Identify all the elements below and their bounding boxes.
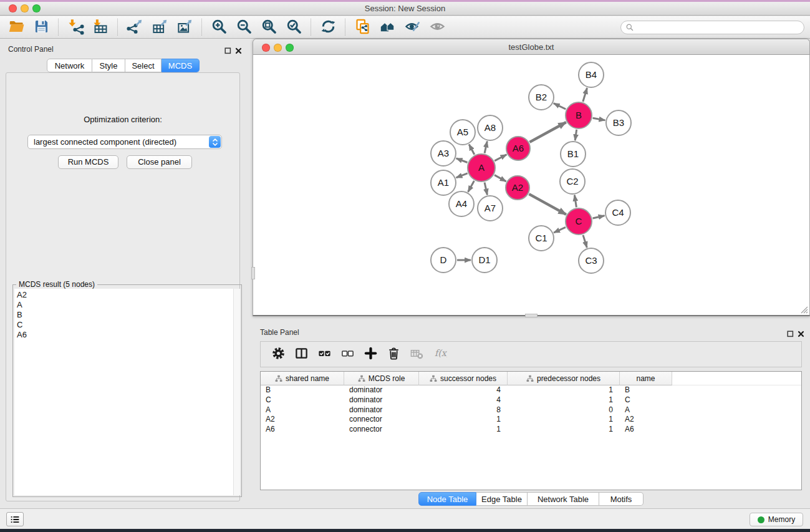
table-cell[interactable]: 1 — [508, 385, 620, 395]
export-image-button[interactable] — [172, 17, 197, 37]
node-A2[interactable]: A2 — [506, 176, 529, 200]
import-table-button[interactable] — [88, 17, 113, 37]
edge-B-B2[interactable] — [554, 104, 566, 109]
tab-mcds[interactable]: MCDS — [162, 59, 200, 72]
table-cell[interactable]: 1 — [419, 415, 508, 425]
home-view-button[interactable] — [375, 17, 400, 37]
table-cell[interactable]: dominator — [344, 385, 419, 395]
node-A[interactable]: A — [468, 154, 495, 181]
table-cell[interactable]: dominator — [344, 405, 419, 415]
edge-A-A1[interactable] — [456, 173, 468, 178]
save-session-button[interactable] — [29, 17, 54, 37]
table-cell[interactable]: B — [261, 385, 344, 395]
node-D1[interactable]: D1 — [472, 248, 497, 273]
table-cell[interactable]: A2 — [620, 415, 672, 425]
left-edge-grip[interactable] — [251, 267, 255, 279]
network-close-icon[interactable] — [262, 44, 270, 52]
tab-network-table[interactable]: Network Table — [528, 492, 599, 506]
table-cell[interactable]: B — [620, 385, 672, 395]
table-row[interactable]: Adominator80A — [261, 405, 801, 415]
network-graph[interactable]: B4B2BB3A8A5A6A3B1AA1C2A2A4A7C4CC1C3DD1 — [253, 55, 809, 315]
edge-C-C4[interactable] — [593, 216, 605, 218]
node-C4[interactable]: C4 — [605, 200, 630, 225]
table-cell[interactable]: dominator — [344, 395, 419, 405]
tab-style[interactable]: Style — [92, 59, 125, 72]
table-cell[interactable]: 8 — [419, 405, 508, 415]
optimization-criterion-select[interactable]: largest connected component (directed) — [27, 135, 222, 149]
refresh-layout-button[interactable] — [316, 17, 340, 37]
edge-A2-C[interactable] — [529, 194, 566, 215]
node-C2[interactable]: C2 — [560, 169, 585, 194]
node-A1[interactable]: A1 — [431, 170, 456, 195]
table-cell[interactable]: A6 — [620, 425, 672, 435]
column-layout-button[interactable] — [290, 344, 313, 365]
edge-C-C2[interactable] — [574, 195, 576, 208]
node-B4[interactable]: B4 — [579, 62, 604, 87]
close-panel-button[interactable]: Close panel — [127, 155, 192, 169]
edge-A-A5[interactable] — [469, 145, 475, 155]
table-cell[interactable]: 0 — [508, 405, 620, 415]
table-settings-button[interactable] — [267, 344, 290, 365]
table-cell[interactable]: A6 — [261, 425, 344, 435]
tab-node-table[interactable]: Node Table — [418, 492, 476, 506]
node-B3[interactable]: B3 — [606, 110, 631, 135]
mcds-result-item[interactable]: B — [14, 310, 240, 320]
node-B1[interactable]: B1 — [561, 142, 586, 167]
table-cell[interactable]: A — [620, 405, 672, 415]
node-A5[interactable]: A5 — [450, 120, 475, 145]
node-B2[interactable]: B2 — [529, 85, 554, 110]
minimize-window-icon[interactable] — [21, 4, 29, 12]
toggle-preview-button[interactable] — [425, 17, 450, 37]
edge-B-B1[interactable] — [575, 130, 577, 140]
run-mcds-button[interactable]: Run MCDS — [58, 155, 118, 169]
table-row[interactable]: A6connector11A6 — [261, 425, 801, 435]
zoom-in-button[interactable] — [206, 17, 231, 37]
network-minimize-icon[interactable] — [274, 44, 282, 52]
mcds-result-item[interactable]: A6 — [14, 330, 240, 340]
zoom-out-button[interactable] — [231, 17, 256, 37]
edge-A-A2[interactable] — [494, 175, 506, 181]
memory-button[interactable]: Memory — [750, 513, 803, 526]
resize-grip-icon[interactable] — [800, 305, 808, 313]
node-C1[interactable]: C1 — [529, 226, 554, 251]
edge-A-A4[interactable] — [468, 181, 475, 192]
edge-A-A6[interactable] — [494, 155, 506, 161]
show-panels-button[interactable] — [6, 512, 24, 526]
mcds-list-scrollbar[interactable] — [233, 289, 240, 495]
mcds-result-item[interactable]: A2 — [14, 290, 240, 300]
node-D[interactable]: D — [431, 248, 456, 273]
table-cell[interactable]: 4 — [419, 395, 508, 405]
search-box[interactable] — [620, 21, 804, 34]
table-cell[interactable]: A2 — [261, 415, 344, 425]
edge-A6-B[interactable] — [529, 122, 566, 142]
duplicate-network-button[interactable] — [350, 17, 375, 37]
node-A3[interactable]: A3 — [431, 141, 456, 166]
table-cell[interactable]: connector — [344, 425, 419, 435]
column-header-shared-name[interactable]: shared name — [261, 372, 344, 385]
node-A6[interactable]: A6 — [506, 137, 530, 160]
tab-select[interactable]: Select — [125, 59, 162, 72]
edge-B-B3[interactable] — [593, 118, 605, 120]
zoom-window-icon[interactable] — [32, 4, 41, 12]
hide-all-columns-button[interactable] — [336, 344, 359, 365]
close-window-icon[interactable] — [9, 4, 17, 12]
column-header-name[interactable]: name — [620, 372, 672, 385]
tab-edge-table[interactable]: Edge Table — [476, 492, 528, 506]
node-B[interactable]: B — [566, 102, 592, 128]
delete-column-button[interactable] — [382, 344, 405, 365]
table-cell[interactable]: C — [261, 395, 344, 405]
mcds-result-item[interactable]: C — [14, 320, 240, 330]
table-cell[interactable]: 1 — [508, 425, 620, 435]
table-close-panel-icon[interactable] — [798, 329, 804, 336]
edge-C-C3[interactable] — [583, 235, 587, 248]
node-A4[interactable]: A4 — [449, 191, 474, 216]
column-header-MCDS-role[interactable]: MCDS role — [344, 372, 419, 385]
table-cell[interactable]: connector — [344, 415, 419, 425]
network-canvas[interactable]: B4B2BB3A8A5A6A3B1AA1C2A2A4A7C4CC1C3DD1 — [253, 55, 810, 316]
mcds-result-item[interactable]: A — [14, 300, 240, 310]
search-input[interactable] — [634, 22, 804, 33]
edge-B-B4[interactable] — [583, 88, 587, 102]
table-cell[interactable]: 1 — [419, 425, 508, 435]
table-cell[interactable]: 4 — [419, 385, 508, 395]
network-window-titlebar[interactable]: testGlobe.txt — [253, 39, 810, 55]
